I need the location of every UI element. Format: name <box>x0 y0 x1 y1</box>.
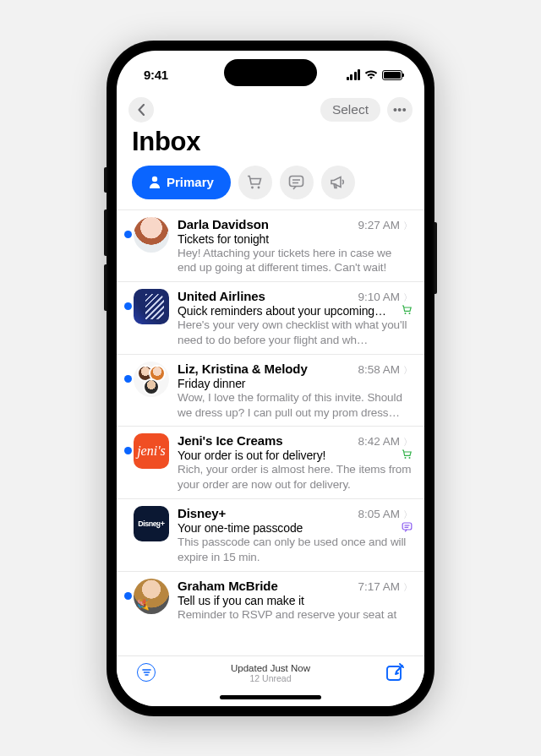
phone-power <box>434 222 437 294</box>
email-list[interactable]: Darla Davidson9:27 AM〉Tickets for tonigh… <box>117 209 424 655</box>
filter-lines-icon <box>142 669 151 676</box>
email-row[interactable]: Disneყ+Disney+8:05 AM〉Your one-time pass… <box>117 499 424 572</box>
tab-promotions[interactable] <box>321 166 355 199</box>
email-sender: United Airlines <box>178 289 358 303</box>
email-preview: This passcode can only be used once and … <box>178 535 413 565</box>
avatar <box>134 217 169 253</box>
svg-point-0 <box>152 177 157 182</box>
email-preview: Rich, your order is almost here. The ite… <box>178 462 413 492</box>
compose-icon <box>385 663 405 682</box>
email-sender: Disney+ <box>178 506 358 520</box>
phone-frame: 9:41 Select ••• Inbox Primary <box>107 41 434 716</box>
email-time: 9:10 AM <box>358 291 400 303</box>
email-subject: Friday dinner <box>178 377 413 390</box>
email-row[interactable]: United Airlines9:10 AM〉Quick reminders a… <box>117 282 424 355</box>
email-time: 8:05 AM <box>358 508 400 520</box>
wifi-icon <box>364 70 378 80</box>
compose-button[interactable] <box>385 663 405 685</box>
email-preview: Reminder to RSVP and reserve your seat a… <box>178 607 413 623</box>
email-preview: Hey! Attaching your tickets here in case… <box>178 246 413 276</box>
home-indicator[interactable] <box>220 695 321 699</box>
phone-vol-down <box>104 264 107 311</box>
email-subject: Tickets for tonight <box>178 232 413 246</box>
email-time: 7:17 AM <box>358 580 400 593</box>
category-cart-icon <box>402 449 413 462</box>
dynamic-island <box>224 59 317 86</box>
svg-rect-10 <box>402 523 412 530</box>
avatar: jeni's <box>134 433 169 469</box>
page-title: Inbox <box>117 125 424 166</box>
unread-dot <box>124 302 132 310</box>
chevron-right-icon: 〉 <box>403 436 413 449</box>
tab-primary-label: Primary <box>167 175 214 189</box>
battery-icon <box>382 70 402 80</box>
email-preview: Wow, I love the formality of this invite… <box>178 390 413 421</box>
email-subject: Tell us if you can make it <box>178 594 413 607</box>
person-icon <box>149 176 161 188</box>
email-preview: Here's your very own checklist with what… <box>178 318 413 348</box>
email-sender: Graham McBride <box>178 579 358 593</box>
signal-icon <box>347 69 361 80</box>
svg-point-1 <box>251 186 254 188</box>
filter-button[interactable] <box>137 663 156 682</box>
phone-mute-switch <box>104 167 107 193</box>
svg-point-9 <box>409 457 411 459</box>
email-row[interactable]: jeni'sJeni's Ice Creams8:42 AM〉Your orde… <box>117 427 424 499</box>
ellipsis-icon: ••• <box>393 103 407 117</box>
unread-dot <box>124 231 132 238</box>
avatar: Disneყ+ <box>134 506 169 541</box>
cart-icon <box>247 175 263 190</box>
toolbar-status-line1: Updated Just Now <box>159 663 382 673</box>
email-sender: Jeni's Ice Creams <box>178 433 358 448</box>
megaphone-icon <box>330 175 346 190</box>
tab-transactions[interactable] <box>238 166 272 199</box>
avatar <box>134 579 169 614</box>
toolbar-status-line2: 12 Unread <box>159 673 382 683</box>
status-time: 9:41 <box>144 68 168 82</box>
svg-point-2 <box>258 186 260 188</box>
email-row[interactable]: Darla Davidson9:27 AM〉Tickets for tonigh… <box>117 210 424 283</box>
category-tabs: Primary <box>117 166 424 209</box>
avatar <box>134 289 169 324</box>
unread-dot <box>124 375 132 383</box>
svg-point-7 <box>409 313 411 314</box>
tab-primary[interactable]: Primary <box>132 166 231 199</box>
phone-vol-up <box>104 209 107 256</box>
email-subject: Your order is out for delivery! <box>178 449 396 462</box>
chevron-left-icon <box>138 104 145 116</box>
chevron-right-icon: 〉 <box>403 220 413 232</box>
svg-rect-3 <box>290 176 303 186</box>
email-row[interactable]: Graham McBride7:17 AM〉Tell us if you can… <box>117 572 424 628</box>
chevron-right-icon: 〉 <box>403 509 413 521</box>
unread-dot <box>124 447 132 454</box>
chevron-right-icon: 〉 <box>403 581 413 594</box>
unread-dot <box>124 592 132 600</box>
chevron-right-icon: 〉 <box>403 291 413 304</box>
toolbar-status: Updated Just Now 12 Unread <box>159 663 382 683</box>
svg-point-8 <box>405 457 407 459</box>
category-cart-icon <box>402 305 413 318</box>
chat-icon <box>288 175 304 190</box>
email-sender: Darla Davidson <box>178 217 358 231</box>
back-button[interactable] <box>128 97 154 122</box>
screen: 9:41 Select ••• Inbox Primary <box>117 51 424 706</box>
svg-point-6 <box>405 313 407 314</box>
email-subject: Your one-time passcode <box>178 521 396 535</box>
select-button[interactable]: Select <box>320 98 380 122</box>
email-time: 9:27 AM <box>358 219 400 231</box>
email-row[interactable]: Liz, Kristina & Melody8:58 AM〉Friday din… <box>117 355 424 427</box>
more-button[interactable]: ••• <box>387 97 413 122</box>
tab-updates[interactable] <box>280 166 314 199</box>
nav-bar: Select ••• <box>117 91 424 125</box>
email-time: 8:58 AM <box>358 363 400 376</box>
email-subject: Quick reminders about your upcoming… <box>178 304 396 318</box>
email-sender: Liz, Kristina & Melody <box>178 362 358 376</box>
chevron-right-icon: 〉 <box>403 364 413 377</box>
email-time: 8:42 AM <box>358 435 400 448</box>
avatar <box>134 362 169 397</box>
category-chat-icon <box>402 522 413 535</box>
